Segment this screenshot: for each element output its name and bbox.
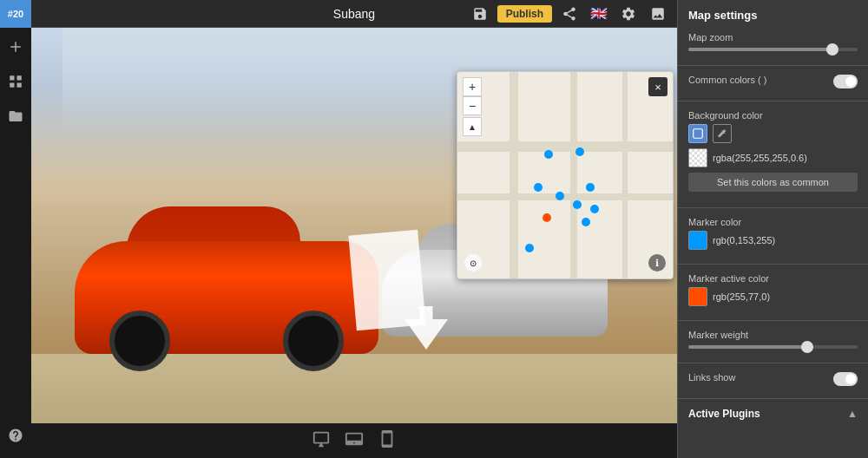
map-road-h1 (457, 141, 673, 152)
map-dot (582, 218, 590, 226)
links-toggle-knob (845, 374, 856, 384)
right-panel: Map settings Map zoom Common colors ( ) … (677, 0, 868, 458)
map-dot (556, 192, 564, 200)
map-locate-button[interactable]: ⊙ (464, 254, 482, 272)
sidebar-grid-icon[interactable] (0, 66, 31, 97)
app-title: Subang (333, 7, 375, 21)
settings-icon[interactable] (616, 2, 641, 26)
map-dot-active (542, 213, 551, 222)
share-icon[interactable] (557, 2, 582, 26)
sidebar-folder-icon[interactable] (0, 101, 31, 132)
divider-2 (678, 101, 868, 101)
map-zoom-fill (688, 48, 832, 51)
links-show-section: Links show (678, 367, 868, 395)
map-background (457, 72, 673, 278)
links-show-toggle[interactable] (833, 372, 858, 386)
background-color-section: Background color rgba(255,255,255,0.6) S… (678, 105, 868, 204)
eyedropper-icon[interactable] (713, 124, 732, 143)
active-plugins-header[interactable]: Active Plugins ▲ (678, 402, 868, 425)
map-dot (590, 205, 599, 213)
links-show-label: Links show (688, 372, 735, 383)
marker-weight-label: Marker weight (688, 330, 858, 340)
map-dot (525, 244, 534, 252)
marker-active-label: Marker active color (688, 273, 858, 284)
links-show-row: Links show (688, 372, 858, 386)
svg-rect-0 (694, 129, 703, 139)
set-common-button[interactable]: Set this colors as common (688, 173, 858, 192)
common-colors-row: Common colors ( ) (688, 75, 858, 88)
map-dot (575, 147, 584, 156)
map-zoom-out-button[interactable]: − (463, 96, 482, 115)
panorama-view[interactable]: + − ▲ × ℹ ⊙ (31, 28, 677, 423)
toggle-knob (845, 76, 856, 87)
background-color-row (688, 124, 858, 143)
map-overlay: + − ▲ × ℹ ⊙ (457, 71, 674, 279)
map-zoom-in-button[interactable]: + (463, 77, 482, 96)
map-dot (534, 183, 542, 192)
red-car-wheel-front (109, 311, 170, 371)
background-color-value: rgba(255,255,255,0.6) (713, 153, 807, 163)
divider-3 (678, 207, 868, 208)
common-colors-label: Common colors ( ) (688, 75, 766, 85)
flag-icon[interactable]: 🇬🇧 (587, 2, 611, 26)
map-dot (573, 200, 582, 209)
save-icon[interactable] (468, 2, 492, 26)
common-colors-section: Common colors ( ) (678, 69, 868, 97)
background-color-picker-icon[interactable] (688, 124, 707, 143)
common-colors-toggle[interactable] (833, 75, 858, 88)
toolbar-right: Publish 🇬🇧 (468, 2, 670, 26)
divider-7 (678, 398, 868, 399)
scene-badge[interactable]: #20 (0, 0, 31, 28)
publish-button[interactable]: Publish (497, 5, 552, 23)
marker-color-value: rgb(0,153,255) (713, 235, 775, 245)
marker-weight-slider[interactable] (688, 345, 858, 349)
marker-weight-thumb[interactable] (801, 341, 813, 353)
top-toolbar: Subang Publish 🇬🇧 (31, 0, 677, 28)
active-plugins-chevron: ▲ (847, 408, 858, 420)
divider-1 (678, 65, 868, 66)
map-zoom-section: Map zoom (678, 27, 868, 62)
divider-5 (678, 320, 868, 321)
marker-color-swatch[interactable] (688, 231, 707, 250)
map-road-v1 (510, 72, 518, 278)
active-plugins-label: Active Plugins (688, 408, 760, 420)
showroom-sign (348, 230, 425, 331)
image-icon[interactable] (646, 2, 670, 26)
marker-color-label: Marker color (688, 217, 858, 227)
map-road-v2 (570, 72, 577, 278)
map-zoom-controls: + − ▲ (463, 77, 482, 136)
map-close-button[interactable]: × (648, 77, 667, 96)
desktop-view-button[interactable] (312, 429, 331, 453)
map-info-button[interactable]: ℹ (648, 254, 666, 272)
map-dot (544, 150, 553, 159)
map-zoom-label: Map zoom (688, 32, 858, 43)
map-dot (586, 183, 595, 192)
background-color-swatch[interactable] (688, 148, 707, 167)
background-color-value-row: rgba(255,255,255,0.6) (688, 148, 858, 167)
map-zoom-slider[interactable] (688, 48, 858, 51)
marker-color-row: rgb(0,153,255) (688, 231, 858, 250)
sidebar-add-icon[interactable] (0, 31, 31, 62)
divider-6 (678, 363, 868, 363)
marker-active-swatch[interactable] (688, 287, 707, 306)
marker-weight-fill (688, 345, 807, 349)
divider-4 (678, 264, 868, 265)
marker-color-section: Marker color rgb(0,153,255) (678, 212, 868, 260)
marker-active-value: rgb(255,77,0) (713, 291, 770, 302)
map-road-v3 (622, 72, 628, 278)
mobile-view-button[interactable] (378, 429, 397, 453)
background-color-label: Background color (688, 110, 858, 121)
map-compass[interactable]: ▲ (463, 117, 482, 136)
marker-active-color-section: Marker active color rgb(255,77,0) (678, 268, 868, 317)
map-road-h2 (457, 193, 673, 200)
map-zoom-thumb[interactable] (826, 43, 838, 56)
marker-active-row: rgb(255,77,0) (688, 287, 858, 306)
sidebar-help-icon[interactable] (0, 420, 31, 451)
bottom-bar (31, 423, 677, 458)
red-car-wheel-rear (283, 311, 344, 371)
left-sidebar: #20 (0, 0, 31, 458)
main-content: Subang Publish 🇬🇧 (31, 0, 677, 458)
panel-title: Map settings (678, 0, 868, 27)
tablet-view-button[interactable] (345, 429, 364, 453)
marker-weight-section: Marker weight (678, 324, 868, 359)
